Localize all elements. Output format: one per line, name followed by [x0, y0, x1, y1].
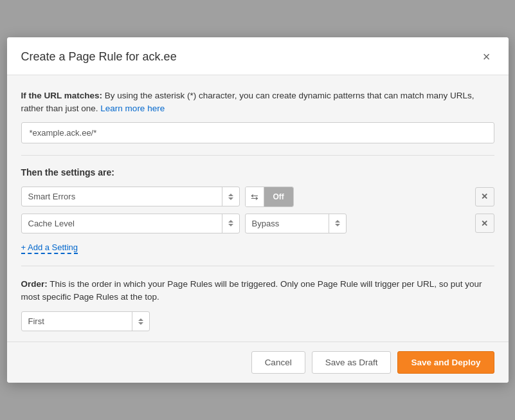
order-section: Order: This is the order in which your P… — [21, 278, 494, 332]
modal-dialog: Create a Page Rule for ack.ee × If the U… — [7, 37, 509, 383]
setting-row-cache-level: Smart Errors Cache Level Security Level … — [21, 214, 494, 233]
setting-row-smart-errors: Smart Errors Cache Level Security Level … — [21, 187, 494, 207]
order-description: Order: This is the order in which your P… — [21, 278, 494, 304]
order-divider — [21, 266, 494, 266]
modal-title: Create a Page Rule for ack.ee — [21, 50, 177, 64]
smart-errors-select-wrapper: Smart Errors Cache Level Security Level … — [21, 187, 240, 206]
modal-overlay: Create a Page Rule for ack.ee × If the U… — [0, 0, 515, 420]
modal-header: Create a Page Rule for ack.ee × — [7, 37, 509, 75]
remove-row2-button[interactable]: ✕ — [475, 214, 494, 233]
cache-level-select[interactable]: Smart Errors Cache Level Security Level … — [21, 214, 240, 233]
modal-footer: Cancel Save as Draft Save and Deploy — [7, 342, 509, 383]
order-select[interactable]: First Last 2 3 — [21, 311, 150, 331]
order-select-wrapper: First Last 2 3 — [21, 311, 150, 331]
bypass-select[interactable]: Bypass No Query String Ignore Query Stri… — [245, 214, 347, 233]
save-draft-button[interactable]: Save as Draft — [312, 351, 392, 374]
add-setting-link[interactable]: + Add a Setting — [21, 242, 78, 254]
close-button[interactable]: × — [479, 49, 494, 64]
save-deploy-button[interactable]: Save and Deploy — [397, 351, 494, 374]
url-match-section: If the URL matches: By using the asteris… — [21, 89, 494, 143]
url-label-bold: If the URL matches: — [21, 91, 103, 100]
section-divider — [21, 155, 494, 156]
toggle-off-button[interactable]: Off — [264, 187, 293, 206]
order-label-bold: Order: — [21, 279, 48, 289]
toggle-group: ⇆ Off — [245, 187, 294, 207]
url-match-description: If the URL matches: By using the asteris… — [21, 89, 494, 116]
bypass-select-wrapper: Bypass No Query String Ignore Query Stri… — [245, 214, 347, 233]
settings-title: Then the settings are: — [21, 167, 494, 178]
remove-row1-button[interactable]: ✕ — [475, 187, 494, 206]
url-input[interactable] — [21, 122, 494, 143]
toggle-icon-button[interactable]: ⇆ — [246, 187, 264, 206]
smart-errors-select[interactable]: Smart Errors Cache Level Security Level … — [21, 187, 240, 206]
settings-section: Then the settings are: Smart Errors Cach… — [21, 167, 494, 254]
cancel-button[interactable]: Cancel — [251, 351, 305, 374]
cache-level-select-wrapper: Smart Errors Cache Level Security Level … — [21, 214, 240, 233]
order-label-text: This is the order in which your Page Rul… — [21, 279, 482, 302]
learn-more-link[interactable]: Learn more here — [100, 104, 165, 113]
modal-body: If the URL matches: By using the asteris… — [7, 75, 509, 342]
